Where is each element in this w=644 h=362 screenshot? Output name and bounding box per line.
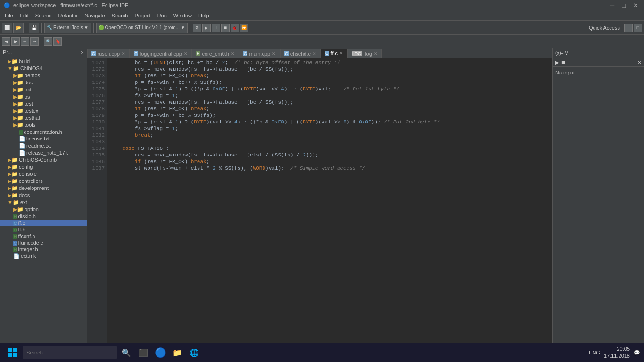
editor-tab-core_cm0_h[interactable]: Hcore_cm0.h✕ <box>192 49 239 58</box>
save-button[interactable]: 💾 <box>29 23 39 33</box>
right-panel-close[interactable]: ✕ <box>637 60 641 65</box>
tree-item-testex[interactable]: ▶📁testex <box>0 107 87 115</box>
tree-item-controllers[interactable]: ▶📁controllers <box>0 178 87 185</box>
menu-edit[interactable]: Edit <box>17 12 32 19</box>
open-button[interactable]: 📂 <box>13 23 24 33</box>
editor-tab-chschd_c[interactable]: Cchschd.c✕ <box>280 49 321 58</box>
tree-item-testhal[interactable]: ▶📁testhal <box>0 115 87 122</box>
redo-icon[interactable]: ↪ <box>30 37 39 46</box>
forward-icon[interactable]: ▶ <box>11 37 20 46</box>
tree-item-license_txt[interactable]: 📄license.txt <box>0 135 87 142</box>
line-numbers: 1071107210731074107510761077107810791080… <box>87 58 107 352</box>
code-content[interactable]: bc = (UINT)clst; bc += bc / 2; /* bc: by… <box>107 58 552 352</box>
close-button[interactable]: ✕ <box>631 2 640 9</box>
taskbar-folder-icon[interactable]: 📁 <box>170 345 185 360</box>
toolbar-icon-2[interactable]: ▶ <box>202 24 211 32</box>
titlebar: 🔵 eclipse-workspace - firmware/ext/ff.c … <box>0 0 644 10</box>
editor-tab-ff_c[interactable]: Cff.c✕ <box>321 49 347 58</box>
tree-item-ffunicode_c[interactable]: Cffunicode.c <box>0 239 87 246</box>
toolbar-minimize-icon[interactable]: — <box>624 24 633 32</box>
tree-item-readme_txt[interactable]: 📄readme.txt <box>0 142 87 149</box>
tree-item-development[interactable]: ▶📁development <box>0 185 87 192</box>
menu-project[interactable]: Project <box>132 12 153 19</box>
editor-tab-main_cpp[interactable]: Cmain.cpp✕ <box>239 49 280 58</box>
external-tools-button[interactable]: 🔧 External Tools ▼ <box>44 23 91 33</box>
bookmark-icon[interactable]: 🔖 <box>53 37 62 46</box>
minimize-button[interactable]: ─ <box>608 2 616 9</box>
menu-run[interactable]: Run <box>155 12 170 19</box>
tree-item-doc[interactable]: ▶📁doc <box>0 79 87 86</box>
editor-tab-rusefi_cpp[interactable]: Crusefi.cpp✕ <box>87 49 130 58</box>
tree-item-diskio_h[interactable]: Hdiskio.h <box>0 213 87 220</box>
menu-source[interactable]: Source <box>33 12 55 19</box>
start-button[interactable] <box>4 344 21 361</box>
svg-rect-0 <box>8 348 12 352</box>
explorer-close-icon[interactable]: ✕ <box>80 50 84 55</box>
tree-item-release_note_17_t[interactable]: 📄release_note_17.t <box>0 149 87 156</box>
right-panel: ▶ ⏹ ✕ No input <box>552 58 644 352</box>
toolbar-icon-6[interactable]: ⏩ <box>240 24 248 32</box>
tree-item-build[interactable]: ▶📁build <box>0 58 87 65</box>
tree-item-ChibiOS4[interactable]: ▼📁ChibiOS4 <box>0 65 87 72</box>
svg-rect-1 <box>13 348 17 352</box>
toolbar-maximize-icon[interactable]: □ <box>634 24 642 32</box>
tree-item-ext_mk[interactable]: 📄ext.mk <box>0 253 87 260</box>
tree-item-documentation_h[interactable]: Hdocumentation.h <box>0 129 87 135</box>
openocd-button[interactable]: 🟢 OpenOCD on ST-Link V2-1 (prom... ▼ <box>96 23 188 33</box>
tree-item-console[interactable]: ▶📁console <box>0 171 87 178</box>
svg-rect-2 <box>8 353 12 357</box>
back-icon[interactable]: ◀ <box>2 37 10 46</box>
taskbar-search-input[interactable] <box>23 346 117 359</box>
external-tools-dropdown-icon[interactable]: ▼ <box>84 25 89 30</box>
toolbar-icon-4[interactable]: ⏹ <box>221 24 230 32</box>
new-button[interactable]: ⬜ <box>2 23 12 33</box>
menu-refactor[interactable]: Refactor <box>56 12 81 19</box>
main-toolbar: ⬜ 📂 💾 🔧 External Tools ▼ 🟢 OpenOCD on ST… <box>0 21 644 35</box>
project-tree[interactable]: ▶📁build▼📁ChibiOS4▶📁demos▶📁doc▶📁ext▶📁os▶📁… <box>0 57 87 352</box>
quick-access-button[interactable]: Quick Access <box>586 24 623 32</box>
tree-item-demos[interactable]: ▶📁demos <box>0 72 87 79</box>
tree-item-ChibiOS_Contrib[interactable]: ▶📁ChibiOS-Contrib <box>0 156 87 164</box>
undo-icon[interactable]: ↩ <box>21 37 29 46</box>
taskbar: 🔍 ⬛ 🔵 📁 🌐 ENG 20:05 17.11.2018 💬 <box>0 343 644 362</box>
menu-window[interactable]: Window <box>171 12 195 19</box>
search-icon[interactable]: 🔍 <box>44 37 52 46</box>
external-tools-icon: 🔧 <box>47 25 52 30</box>
tree-item-integer_h[interactable]: Hinteger.h <box>0 246 87 253</box>
taskbar-chrome-icon[interactable]: 🌐 <box>187 345 202 360</box>
menu-file[interactable]: File <box>2 12 16 19</box>
tree-item-ff_h[interactable]: Hff.h <box>0 226 87 233</box>
tree-item-option[interactable]: ▶📁option <box>0 206 87 213</box>
tree-item-test[interactable]: ▶📁test <box>0 100 87 107</box>
editor-tab-loggingcentral_cpp[interactable]: Cloggingcentral.cpp✕ <box>130 49 192 58</box>
tree-item-ext[interactable]: ▶📁ext <box>0 86 87 93</box>
notification-icon[interactable]: 💬 <box>634 350 640 356</box>
toolbar-icon-3[interactable]: ⏸ <box>212 24 220 32</box>
tree-item-ffconf_h[interactable]: Hffconf.h <box>0 233 87 239</box>
right-panel-toolbar: ▶ ⏹ ✕ <box>553 58 644 67</box>
tree-item-tools[interactable]: ▶📁tools <box>0 122 87 129</box>
editor-tab-_log[interactable]: LOG.log✕ <box>347 49 382 58</box>
taskbar-task-view[interactable]: ⬛ <box>136 345 151 360</box>
menu-search[interactable]: Search <box>109 12 131 19</box>
toolbar-separator4 <box>190 23 190 33</box>
taskbar-eclipse-icon[interactable]: 🔵 <box>153 345 168 360</box>
project-explorer-title: Pr... <box>3 49 12 55</box>
titlebar-controls[interactable]: ─ □ ✕ <box>608 2 640 9</box>
right-panel-header-title: (x)= V <box>555 50 568 56</box>
menu-help[interactable]: Help <box>196 12 212 19</box>
menu-navigate[interactable]: Navigate <box>82 12 107 19</box>
toolbar-icon-5[interactable]: 🐞 <box>231 24 239 32</box>
taskbar-cortana-icon[interactable]: 🔍 <box>119 345 134 360</box>
tree-item-os[interactable]: ▶📁os <box>0 93 87 100</box>
toolbar-icon-1[interactable]: ⚙ <box>193 24 201 32</box>
tree-item-ext[interactable]: ▼📁ext <box>0 199 87 206</box>
code-editor[interactable]: 1071107210731074107510761077107810791080… <box>87 58 552 352</box>
right-icon-1[interactable]: ▶ <box>555 60 559 65</box>
openocd-dropdown-icon[interactable]: ▼ <box>181 25 185 30</box>
tree-item-ff_c[interactable]: Cff.c <box>0 220 87 226</box>
tree-item-config[interactable]: ▶📁config <box>0 164 87 171</box>
maximize-button[interactable]: □ <box>620 2 627 9</box>
tree-item-docs[interactable]: ▶📁docs <box>0 192 87 199</box>
right-icon-2[interactable]: ⏹ <box>561 60 566 65</box>
